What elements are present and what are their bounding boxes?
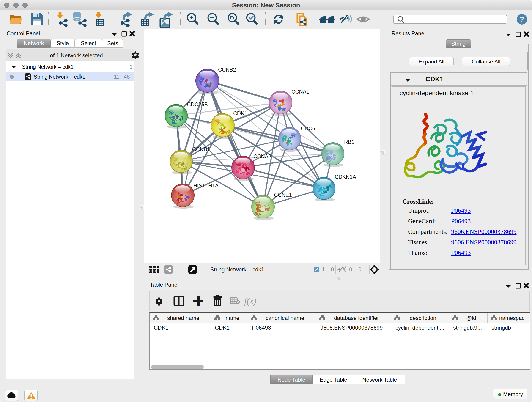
svg-text:f(x): f(x): [244, 296, 256, 306]
svg-text:CDK1: CDK1: [233, 110, 247, 116]
svg-text:CCNE1: CCNE1: [274, 192, 292, 198]
svg-text:CDC6: CDC6: [301, 126, 315, 132]
svg-text:RB1: RB1: [344, 139, 355, 145]
svg-text:1 – 0: 1 – 0: [322, 266, 334, 273]
svg-text:0 – 0: 0 – 0: [349, 266, 361, 273]
svg-text:CDC25B: CDC25B: [187, 102, 208, 108]
svg-text:CDKN1A: CDKN1A: [335, 174, 356, 180]
svg-text:String Network – cdk1: String Network – cdk1: [210, 266, 264, 273]
svg-text:CCNB2: CCNB2: [218, 67, 236, 73]
svg-text:HIST1H1A: HIST1H1A: [193, 183, 219, 189]
svg-text:CCNB1: CCNB1: [192, 147, 210, 153]
svg-text:CCNA1: CCNA1: [291, 89, 309, 95]
svg-text:CCNA2: CCNA2: [253, 153, 271, 160]
svg-text:?: ?: [520, 15, 525, 24]
